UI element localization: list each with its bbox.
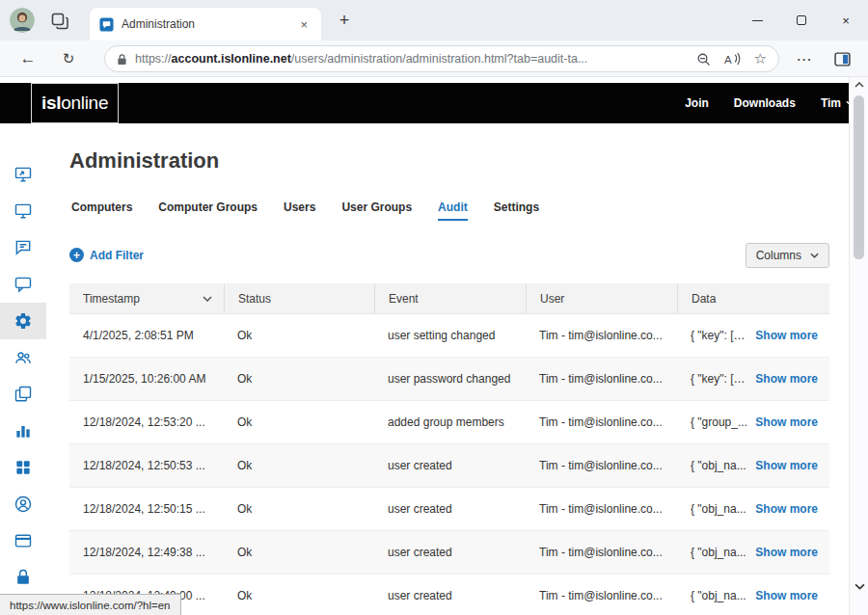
isl-online-logo[interactable]: islonline — [31, 83, 119, 123]
cell-timestamp: 1/15/2025, 10:26:00 AM — [69, 358, 224, 400]
maximize-button[interactable] — [779, 0, 824, 40]
minimize-button[interactable] — [735, 0, 779, 40]
audit-table: Timestamp Status Event User Data 4/1/202… — [69, 283, 829, 615]
table-row: 12/18/2024, 12:49:00 ...Okuser createdTi… — [69, 575, 829, 615]
account-icon — [14, 495, 33, 514]
cell-status: Ok — [224, 444, 374, 487]
new-tab-button[interactable]: + — [333, 9, 356, 32]
sidebar-item-account[interactable] — [0, 486, 46, 522]
show-more-link[interactable]: Show more — [755, 502, 818, 516]
sidebar-item-sessions[interactable] — [0, 376, 46, 413]
tab-computer-groups[interactable]: Computer Groups — [158, 201, 258, 221]
col-header-label: Data — [692, 292, 716, 306]
show-more-link[interactable]: Show more — [755, 372, 818, 386]
nav-join[interactable]: Join — [685, 96, 709, 110]
cell-event: user password changed — [374, 358, 526, 400]
tab-audit[interactable]: Audit — [438, 201, 468, 221]
scrollbar-thumb[interactable] — [854, 95, 864, 259]
table-row: 1/15/2025, 10:26:00 AMOkuser password ch… — [69, 358, 829, 401]
show-more-link[interactable]: Show more — [755, 589, 818, 602]
split-screen-icon[interactable] — [827, 40, 856, 77]
users-icon — [14, 348, 33, 367]
table-header-row: Timestamp Status Event User Data — [69, 283, 829, 314]
tab-favicon-icon — [99, 17, 114, 32]
cell-user: Tim - tim@islonline.co... — [526, 575, 677, 615]
apps-grid-icon — [14, 458, 33, 477]
sidebar-item-users[interactable] — [0, 339, 46, 376]
show-more-link[interactable]: Show more — [755, 459, 818, 472]
tab-close-icon[interactable]: × — [296, 16, 312, 33]
show-more-link[interactable]: Show more — [755, 415, 818, 429]
cell-user: Tim - tim@islonline.co... — [526, 531, 677, 574]
sort-chevron-icon[interactable] — [203, 296, 212, 302]
col-header-status[interactable]: Status — [224, 283, 374, 313]
sidebar-item-remote-desktop[interactable] — [0, 156, 46, 193]
refresh-button[interactable]: ↻ — [54, 40, 83, 77]
sidebar-item-billing[interactable] — [0, 522, 46, 559]
sidebar-item-desktop[interactable] — [0, 193, 46, 229]
scroll-down-icon[interactable] — [850, 583, 868, 590]
col-header-label: Timestamp — [83, 292, 140, 306]
close-window-button[interactable]: × — [824, 0, 868, 40]
cell-data: { "group_...Show more — [677, 401, 829, 443]
col-header-data[interactable]: Data — [677, 283, 829, 313]
cell-data: { "key": [ "...Show more — [677, 358, 829, 400]
sidebar-item-settings[interactable] — [0, 303, 46, 339]
sidebar-item-message[interactable] — [0, 266, 46, 303]
address-bar[interactable]: https://account.islonline.net/users/admi… — [104, 45, 779, 72]
data-json-preview: { "obj_na... — [691, 502, 746, 516]
sidebar-item-chat[interactable] — [0, 229, 46, 266]
cell-status: Ok — [224, 358, 374, 400]
col-header-user[interactable]: User — [526, 283, 677, 313]
cell-event: user created — [374, 488, 526, 530]
nav-downloads[interactable]: Downloads — [734, 96, 796, 110]
table-row: 4/1/2025, 2:08:51 PMOkuser setting chang… — [69, 314, 829, 358]
tab-user-groups[interactable]: User Groups — [341, 201, 412, 221]
cell-timestamp: 12/18/2024, 12:49:38 ... — [69, 531, 224, 574]
logo-isl: isl — [41, 93, 61, 114]
show-more-link[interactable]: Show more — [755, 546, 818, 559]
main-content: Administration Computers Computer Groups… — [46, 123, 849, 615]
tab-computers[interactable]: Computers — [71, 201, 132, 221]
cell-user: Tim - tim@islonline.co... — [526, 358, 677, 400]
lock-icon[interactable] — [117, 53, 127, 66]
cell-event: user created — [374, 444, 526, 487]
table-body: 4/1/2025, 2:08:51 PMOkuser setting chang… — [69, 314, 829, 615]
col-header-event[interactable]: Event — [374, 283, 526, 313]
browser-navbar: ← ↻ https://account.islonline.net/users/… — [0, 40, 868, 77]
cell-timestamp: 12/18/2024, 12:53:20 ... — [69, 401, 224, 443]
add-filter-button[interactable]: + Add Filter — [69, 248, 144, 262]
message-icon — [14, 275, 33, 294]
zoom-out-icon[interactable] — [696, 52, 711, 67]
cell-status: Ok — [224, 314, 374, 357]
logo-online: online — [61, 93, 108, 114]
show-more-link[interactable]: Show more — [755, 329, 818, 342]
cell-status: Ok — [224, 531, 374, 574]
sidebar-item-security[interactable] — [0, 559, 46, 596]
read-aloud-icon[interactable]: A — [724, 52, 741, 66]
cell-user: Tim - tim@islonline.co... — [526, 314, 677, 357]
site-header-nav: Join Downloads Tim — [685, 83, 854, 123]
sidebar-item-reports[interactable] — [0, 413, 46, 449]
tab-users[interactable]: Users — [284, 201, 315, 221]
workspaces-icon[interactable] — [50, 12, 69, 31]
page-scrollbar — [849, 77, 868, 615]
data-json-preview: { "key": [ "... — [691, 329, 747, 342]
browser-tab[interactable]: Administration × — [90, 8, 321, 40]
favorites-star-icon[interactable]: ☆ — [754, 50, 767, 67]
columns-button[interactable]: Columns — [746, 243, 829, 268]
cell-timestamp: 4/1/2025, 2:08:51 PM — [69, 314, 224, 357]
col-header-label: Event — [389, 292, 419, 306]
add-filter-label: Add Filter — [90, 249, 144, 262]
tab-settings[interactable]: Settings — [494, 201, 539, 221]
profile-avatar[interactable] — [10, 8, 35, 33]
plus-circle-icon: + — [69, 248, 84, 262]
table-row: 12/18/2024, 12:50:53 ...Okuser createdTi… — [69, 444, 829, 488]
sidebar-item-apps[interactable] — [0, 449, 46, 486]
col-header-timestamp[interactable]: Timestamp — [69, 283, 224, 313]
back-button[interactable]: ← — [14, 40, 42, 77]
scroll-up-icon[interactable] — [850, 82, 868, 88]
bar-chart-icon — [14, 421, 33, 441]
cell-timestamp: 12/18/2024, 12:50:15 ... — [69, 488, 224, 530]
browser-menu-icon[interactable]: ⋯ — [791, 40, 818, 77]
